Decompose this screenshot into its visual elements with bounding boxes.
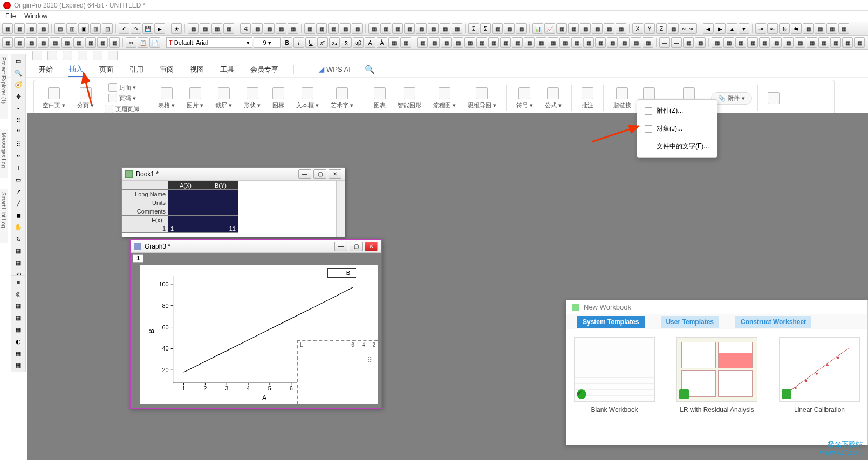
graph3-window[interactable]: Graph3 * — ▢ ✕ 1 B 100 80 60 (129, 239, 382, 409)
rib-screenshot[interactable]: 截屏 ▾ (211, 86, 236, 111)
tb-btn[interactable]: ↷ (131, 23, 141, 34)
vb-data[interactable]: • (12, 103, 24, 114)
tb-btn[interactable]: ▦ (643, 37, 653, 48)
tb-underline[interactable]: U (305, 37, 316, 48)
tb-btn[interactable]: ▦ (504, 23, 515, 34)
tb-btn[interactable]: ▦ (795, 37, 805, 48)
rib-icons[interactable]: 图标 (268, 86, 289, 111)
template-linear-calibration[interactable]: Linear Calibration (779, 337, 860, 414)
tb-btn[interactable]: ▦ (524, 37, 535, 48)
book1-titlebar[interactable]: Book1 * — ▢ ✕ (122, 168, 345, 181)
tb-btn[interactable]: Å (377, 37, 387, 48)
qat-btn[interactable] (32, 51, 42, 60)
tb-btn[interactable]: ▧ (90, 23, 101, 34)
tb-btn[interactable]: Σ (480, 23, 491, 34)
menu-item-attach[interactable]: 附件(Z)... (637, 102, 717, 120)
vb-scatter[interactable]: ⠿ (12, 115, 24, 126)
rib-textbox[interactable]: 文本框 ▾ (292, 86, 323, 111)
menu-item-object[interactable]: 对象(J)... (637, 120, 717, 138)
rib-cover[interactable]: 封面 ▾ (101, 83, 142, 92)
tb-btn[interactable]: ▦ (404, 23, 415, 34)
tb-btn[interactable]: ▦ (109, 37, 120, 48)
tb-btn[interactable]: ▦ (616, 23, 626, 34)
tb-btn[interactable]: ▦ (380, 23, 391, 34)
qat-btn[interactable] (47, 51, 57, 60)
tb-btn[interactable]: ▨ (102, 23, 113, 34)
book1-table[interactable]: A(X) B(Y) Long Name Units Comments F(x)=… (122, 181, 345, 233)
qat-btn[interactable] (63, 51, 72, 60)
tb-btn[interactable]: ▦ (803, 23, 814, 34)
tb-btn[interactable]: ▦ (38, 37, 49, 48)
vb-btn[interactable]: ≡ (12, 277, 24, 287)
vb-reader[interactable]: 🧭 (12, 79, 24, 90)
tb-btn[interactable]: ▦ (368, 23, 379, 34)
tb-btn[interactable]: ▦ (595, 37, 606, 48)
rib-page-num[interactable]: 页码 ▾ (101, 93, 142, 103)
tb-btn[interactable]: ▦ (488, 37, 499, 48)
row-units[interactable]: Units (122, 198, 168, 207)
tb-btn[interactable]: ▦ (388, 37, 399, 48)
close-button[interactable]: ✕ (365, 242, 378, 251)
vb-sel[interactable]: ⠛ (12, 127, 24, 138)
cell-b1[interactable]: 11 (203, 224, 238, 233)
qat-undo[interactable] (93, 51, 102, 60)
tb-btn[interactable]: ⇥ (755, 23, 766, 34)
tb-btn[interactable]: ▦ (548, 37, 558, 48)
tab-tools[interactable]: 工具 (219, 63, 235, 77)
tb-btn[interactable]: ▦ (340, 23, 351, 34)
row-longname[interactable]: Long Name (122, 190, 168, 198)
tb-btn[interactable]: ▦ (316, 23, 327, 34)
rib-header-footer[interactable]: 页眉页脚 (101, 104, 142, 114)
tb-btn[interactable]: ▦ (735, 37, 746, 48)
vb-pointer[interactable]: ▭ (12, 56, 24, 66)
tb-btn[interactable]: ▦ (747, 37, 758, 48)
tb-btn[interactable]: ▦ (536, 37, 546, 48)
tb-btn[interactable]: ▦ (417, 37, 428, 48)
tab-system-templates[interactable]: System Templates (577, 316, 645, 328)
tb-btn[interactable]: ▦ (854, 37, 865, 48)
tab-page[interactable]: 页面 (98, 63, 114, 77)
tb-btn[interactable]: ▦ (712, 37, 722, 48)
row-1[interactable]: 1 (122, 224, 168, 233)
vb-region[interactable]: ⠶ (12, 150, 24, 161)
col-blank[interactable] (122, 181, 168, 190)
tb-btn[interactable]: ▦ (556, 23, 567, 34)
tb-btn[interactable]: ▦ (516, 23, 527, 34)
tb-sub[interactable]: x₂ (329, 37, 340, 48)
col-a[interactable]: A(X) (168, 181, 203, 190)
tb-btn[interactable]: ▦ (826, 23, 837, 34)
tb-btn[interactable]: ⇤ (767, 23, 778, 34)
tb-btn[interactable]: X (632, 23, 643, 34)
messages-log-tab[interactable]: Messages Log (0, 129, 8, 178)
tb-btn[interactable]: — (659, 37, 670, 48)
wps-ai-button[interactable]: ◢WPS AI (319, 65, 351, 73)
template-lr-residual[interactable]: LR with Residual Analysis (676, 337, 757, 414)
vb-mask[interactable]: ⠿ (12, 139, 24, 149)
vb-btn[interactable]: ▦ (12, 360, 24, 370)
minimize-button[interactable]: — (334, 242, 347, 251)
rib-symbol[interactable]: 符号 ▾ (512, 86, 537, 111)
qat-btn[interactable] (78, 51, 87, 60)
tb-btn[interactable]: ⇆ (791, 23, 802, 34)
tb-btn[interactable]: ▣ (78, 23, 89, 34)
vb-hand[interactable]: ✋ (12, 222, 24, 232)
tb-btn[interactable]: ▼ (739, 23, 749, 34)
tb-btn[interactable]: ▦ (428, 23, 439, 34)
vb-btn[interactable]: ▦ (12, 257, 24, 268)
tb-btn[interactable]: ▦ (842, 37, 853, 48)
tb-btn[interactable]: ▦ (464, 37, 475, 48)
project-explorer-tab[interactable]: Project Explorer (1) (0, 54, 8, 119)
rib-blank-page[interactable]: 空白页 ▾ (38, 86, 70, 111)
qat-redo[interactable] (108, 51, 118, 60)
rib-more[interactable] (763, 91, 784, 105)
tb-btn[interactable]: ▦ (771, 37, 782, 48)
tb-btn[interactable]: ▦ (668, 23, 679, 34)
tb-btn[interactable]: ▥ (66, 23, 77, 34)
tb-btn[interactable]: x̄ (341, 37, 352, 48)
menu-file[interactable]: File (5, 12, 16, 20)
rib-hyperlink[interactable]: 超链接 (609, 86, 635, 111)
tb-btn[interactable]: ▦ (97, 37, 108, 48)
tb-btn[interactable]: ▦ (211, 23, 222, 34)
rib-picture[interactable]: 图片 ▾ (182, 86, 208, 111)
tb-btn[interactable]: ▦ (559, 37, 570, 48)
